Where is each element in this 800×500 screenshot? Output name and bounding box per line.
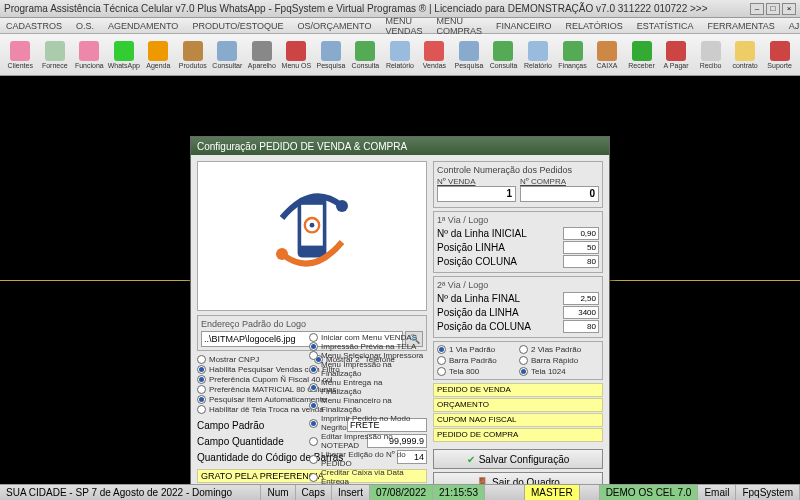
print-barra-padrão[interactable]: Barra Padrão [437, 356, 517, 365]
toolbar-finanças[interactable]: Finanças [556, 36, 589, 74]
toolbar-consulta[interactable]: Consulta [349, 36, 382, 74]
ncompra-label: Nº COMPRA [520, 177, 599, 186]
toolbar-vendas[interactable]: Vendas [418, 36, 451, 74]
menu-relatórios[interactable]: RELATÓRIOS [565, 21, 622, 31]
opt-menu-impressão-na-finalização[interactable]: Menu Impressão na Finalização [309, 360, 425, 378]
window-title: Programa Assistência Técnica Celular v7.… [4, 3, 750, 14]
minimize-button[interactable]: – [750, 3, 764, 15]
toolbar-pesquisa[interactable]: Pesquisa [453, 36, 486, 74]
print-2-vias-padrão[interactable]: 2 Vias Padrão [519, 345, 599, 354]
toolbar-aparelho[interactable]: Aparelho [246, 36, 279, 74]
svg-point-3 [310, 223, 315, 228]
toolbar-clientes[interactable]: Clientes [4, 36, 37, 74]
toolbar-relatório[interactable]: Relatório [522, 36, 555, 74]
status-city: SUA CIDADE - SP 7 de Agosto de 2022 - Do… [0, 485, 261, 500]
status-num: Num [261, 485, 295, 500]
menu-menu compras[interactable]: MENU COMPRAS [436, 16, 482, 36]
toolbar-caixa[interactable]: CAIXA [591, 36, 624, 74]
toolbar-a pagar[interactable]: A Pagar [660, 36, 693, 74]
print-1-via-padrão[interactable]: 1 Via Padrão [437, 345, 517, 354]
status-caps: Caps [296, 485, 332, 500]
print-barra-rápido[interactable]: Barra Rápido [519, 356, 599, 365]
status-email[interactable]: Email [698, 485, 736, 500]
logo-path-label: Endereço Padrão do Logo [201, 319, 423, 329]
menu-agendamento[interactable]: AGENDAMENTO [108, 21, 178, 31]
opt-menu-selecionar-impressora[interactable]: Menu Selecionar Impressora [309, 351, 425, 360]
menu-ajuda[interactable]: AJUDA [789, 21, 800, 31]
toolbar-relatório[interactable]: Relatório [384, 36, 417, 74]
numeracao-box: Controle Numeração dos Pedidos Nº VENDA … [433, 161, 603, 208]
opt-liberar-edição-do-nº-do-pedido[interactable]: Liberar Edição do Nº do PEDIDO [309, 450, 425, 468]
status-master: MASTER [525, 485, 580, 500]
statusbar: SUA CIDADE - SP 7 de Agosto de 2022 - Do… [0, 484, 800, 500]
menubar: CADASTROSO.S.AGENDAMENTOPRODUTO/ESTOQUEO… [0, 18, 800, 34]
svg-point-5 [336, 200, 348, 212]
toolbar-fornece[interactable]: Fornece [39, 36, 72, 74]
status-ins: Insert [332, 485, 370, 500]
toolbar-pesquisa[interactable]: Pesquisa [315, 36, 348, 74]
toolbar-produtos[interactable]: Produtos [177, 36, 210, 74]
toolbar-funciona[interactable]: Funciona [73, 36, 106, 74]
menu-ferramentas[interactable]: FERRAMENTAS [707, 21, 774, 31]
opt-editar-impressão-no-notepad[interactable]: Editar Impressão no NOTEPAD [309, 432, 425, 450]
opt-impressão-prévia-na-tela[interactable]: Impressão Prévia na TELA [309, 342, 425, 351]
content-area: AS A Configuração PEDIDO DE VENDA & COMP… [0, 76, 800, 484]
svg-point-4 [276, 248, 288, 260]
menu-o.s.[interactable]: O.S. [76, 21, 94, 31]
toolbar-menu os[interactable]: Menu OS [280, 36, 313, 74]
save-config-button[interactable]: ✔Salvar Configuração [433, 449, 603, 469]
opt-menu-entrega-na-finalização[interactable]: Menu Entrega na Finalização [309, 378, 425, 396]
menu-os/orçamento[interactable]: OS/ORÇAMENTO [298, 21, 372, 31]
status-fpq[interactable]: FpqSystem [736, 485, 800, 500]
ncompra-value[interactable]: 0 [520, 186, 599, 202]
via2-box: 2ª Via / LogoNº da Linha FINALPosição da… [433, 276, 603, 338]
toolbar-contrato[interactable]: contrato [729, 36, 762, 74]
dialog-title: Configuração PEDIDO DE VENDA & COMPRA [191, 137, 609, 155]
doc-list: PEDIDO DE VENDAORÇAMENTOCUPOM NAO FISCAL… [433, 383, 603, 442]
print-tela-1024[interactable]: Tela 1024 [519, 367, 599, 376]
toolbar: ClientesForneceFuncionaWhatsAppAgendaPro… [0, 34, 800, 76]
menu-menu vendas[interactable]: MENU VENDAS [385, 16, 422, 36]
maximize-button[interactable]: □ [766, 3, 780, 15]
right-options: Iniciar com Menu VENDASImpressão Prévia … [309, 333, 425, 486]
print-options: 1 Via Padrão2 Vias PadrãoBarra PadrãoBar… [433, 341, 603, 380]
toolbar-whatsapp[interactable]: WhatsApp [108, 36, 141, 74]
opt-menu-financeiro-na-finalização[interactable]: Menu Financeiro na Finalização [309, 396, 425, 414]
status-time: 21:15:53 [433, 485, 485, 500]
menu-financeiro[interactable]: FINANCEIRO [496, 21, 552, 31]
menu-produto/estoque[interactable]: PRODUTO/ESTOQUE [192, 21, 283, 31]
opt-iniciar-com-menu-vendas[interactable]: Iniciar com Menu VENDAS [309, 333, 425, 342]
toolbar-recibo[interactable]: Recibo [694, 36, 727, 74]
print-tela-800[interactable]: Tela 800 [437, 367, 517, 376]
opt-imprimir-pedido-no-modo-negrito[interactable]: Imprimir Pedido no Modo Negrito [309, 414, 425, 432]
menu-estatística[interactable]: ESTATÍSTICA [637, 21, 694, 31]
nvenda-value[interactable]: 1 [437, 186, 516, 202]
status-demo: DEMO OS CEL 7.0 [600, 485, 699, 500]
toolbar-agenda[interactable]: Agenda [142, 36, 175, 74]
opt-mostrar-cnpj[interactable]: Mostrar CNPJ [197, 355, 310, 364]
menu-cadastros[interactable]: CADASTROS [6, 21, 62, 31]
logo-preview [197, 161, 427, 311]
doc-pedido-de-compra[interactable]: PEDIDO DE COMPRA [433, 428, 603, 442]
toolbar-consulta[interactable]: Consulta [487, 36, 520, 74]
doc-pedido-de-venda[interactable]: PEDIDO DE VENDA [433, 383, 603, 397]
doc-orçamento[interactable]: ORÇAMENTO [433, 398, 603, 412]
nvenda-label: Nº VENDA [437, 177, 516, 186]
toolbar-receber[interactable]: Receber [625, 36, 658, 74]
toolbar-suporte[interactable]: Suporte [763, 36, 796, 74]
doc-cupom-nao-fiscal[interactable]: CUPOM NAO FISCAL [433, 413, 603, 427]
status-date: 07/08/2022 [370, 485, 433, 500]
toolbar-consultar[interactable]: Consultar [211, 36, 244, 74]
via1-box: 1ª Via / LogoNº da Linha INICIALPosição … [433, 211, 603, 273]
config-dialog: Configuração PEDIDO DE VENDA & COMPRA [190, 136, 610, 500]
window-controls: – □ × [750, 3, 796, 15]
phone-repair-icon [252, 176, 372, 296]
close-button[interactable]: × [782, 3, 796, 15]
